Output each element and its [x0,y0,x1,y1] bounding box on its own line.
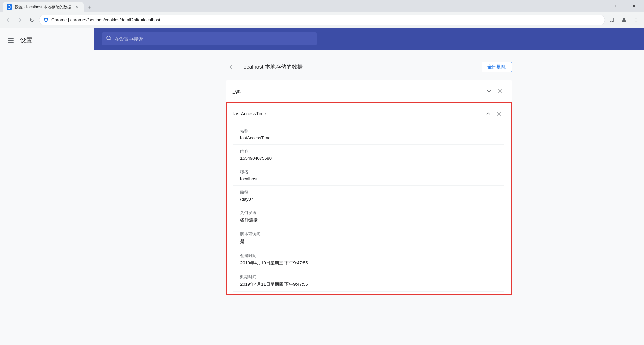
back-nav-button[interactable] [3,15,13,25]
forward-nav-button[interactable] [15,15,25,25]
svg-point-1 [636,18,636,18]
close-button[interactable]: ✕ [626,0,641,12]
address-url: Chrome | chrome://settings/cookies/detai… [51,17,601,22]
cookie-ga-expand-button[interactable] [484,86,494,96]
detail-label-domain: 域名 [240,169,498,175]
detail-label-script: 脚本可访问 [240,231,498,237]
minimize-button[interactable]: − [592,0,608,12]
detail-label-name: 名称 [240,128,498,134]
window-controls: − □ ✕ [592,0,641,12]
cookie-lastAccessTime-delete-button[interactable] [494,108,504,119]
sidebar-header: 设置 [0,31,94,50]
search-input[interactable] [115,36,313,42]
page-header: localhost 本地存储的数据 全部删除 [226,58,512,80]
main-content: localhost 本地存储的数据 全部删除 _ga [94,28,644,345]
settings-layout: 设置 [0,28,644,345]
active-tab[interactable]: 设置 - localhost 本地存储的数据 × [3,2,84,12]
tab-strip: 设置 - localhost 本地存储的数据 × + [3,0,592,12]
bookmark-button[interactable] [606,15,617,25]
detail-value-domain: localhost [240,176,498,181]
back-button[interactable] [226,62,237,72]
detail-label-send: 为何发送 [240,210,498,216]
detail-row-domain: 域名 localhost [233,165,504,186]
detail-value-name: lastAccessTime [240,135,498,140]
cookie-item-ga: _ga [226,80,512,102]
settings-topbar [94,28,644,50]
hamburger-line [8,42,14,43]
tab-close-button[interactable]: × [74,4,79,10]
cookie-item-ga-header[interactable]: _ga [226,80,512,102]
title-bar: 设置 - localhost 本地存储的数据 × + − □ ✕ [0,0,644,12]
detail-row-script: 脚本可访问 是 [233,227,504,249]
sidebar-title: 设置 [20,36,32,44]
detail-value-content: 1554904075580 [240,156,498,161]
svg-point-2 [636,19,636,20]
svg-point-3 [636,21,636,22]
menu-button[interactable] [631,15,641,25]
security-icon [43,17,49,23]
detail-label-path: 路径 [240,190,498,195]
cookie-ga-delete-button[interactable] [494,86,505,96]
detail-value-path: /day07 [240,197,498,202]
detail-label-content: 内容 [240,149,498,154]
cookie-details: 名称 lastAccessTime 内容 1554904075580 域名 lo… [227,124,511,294]
detail-value-script: 是 [240,238,498,245]
hamburger-line [8,40,14,41]
cookie-item-lastAccessTime-header[interactable]: lastAccessTime [227,103,511,124]
content-area: localhost 本地存储的数据 全部删除 _ga [218,50,520,303]
profile-button[interactable] [619,15,629,25]
detail-row-created: 创建时间 2019年4月10日星期三 下午9:47:55 [233,249,504,270]
address-bar: Chrome | chrome://settings/cookies/detai… [0,12,644,28]
detail-value-expires: 2019年4月11日星期四 下午9:47:55 [240,281,498,287]
detail-row-content: 内容 1554904075580 [233,145,504,165]
cookie-list: _ga lastAccessTime [226,80,512,295]
hamburger-line [8,38,14,39]
sidebar: 设置 [0,28,94,345]
hamburger-button[interactable] [5,35,16,46]
cookie-item-ga-name: _ga [233,88,484,94]
delete-all-button[interactable]: 全部删除 [482,62,512,72]
detail-row-send: 为何发送 各种连接 [233,206,504,227]
detail-value-created: 2019年4月10日星期三 下午9:47:55 [240,260,498,266]
address-input-wrap[interactable]: Chrome | chrome://settings/cookies/detai… [39,15,605,25]
detail-value-send: 各种连接 [240,217,498,223]
tab-favicon [7,4,12,10]
maximize-button[interactable]: □ [609,0,625,12]
cookie-item-lastAccessTime-name: lastAccessTime [233,111,483,116]
page-header-left: localhost 本地存储的数据 [226,62,303,72]
cookie-item-lastAccessTime: lastAccessTime 名称 la [226,102,512,295]
page-title: localhost 本地存储的数据 [242,64,303,71]
tab-title: 设置 - localhost 本地存储的数据 [15,4,71,10]
detail-row-path: 路径 /day07 [233,186,504,206]
new-tab-button[interactable]: + [85,3,94,12]
detail-label-expires: 到期时间 [240,274,498,280]
browser-frame: 设置 - localhost 本地存储的数据 × + − □ ✕ Chrome … [0,0,644,345]
reload-button[interactable] [27,15,38,25]
search-icon [106,35,112,43]
detail-row-name: 名称 lastAccessTime [233,124,504,145]
cookie-lastAccessTime-collapse-button[interactable] [483,108,494,119]
detail-row-expires: 到期时间 2019年4月11日星期四 下午9:47:55 [233,270,504,292]
detail-label-created: 创建时间 [240,253,498,259]
search-box[interactable] [102,32,317,45]
